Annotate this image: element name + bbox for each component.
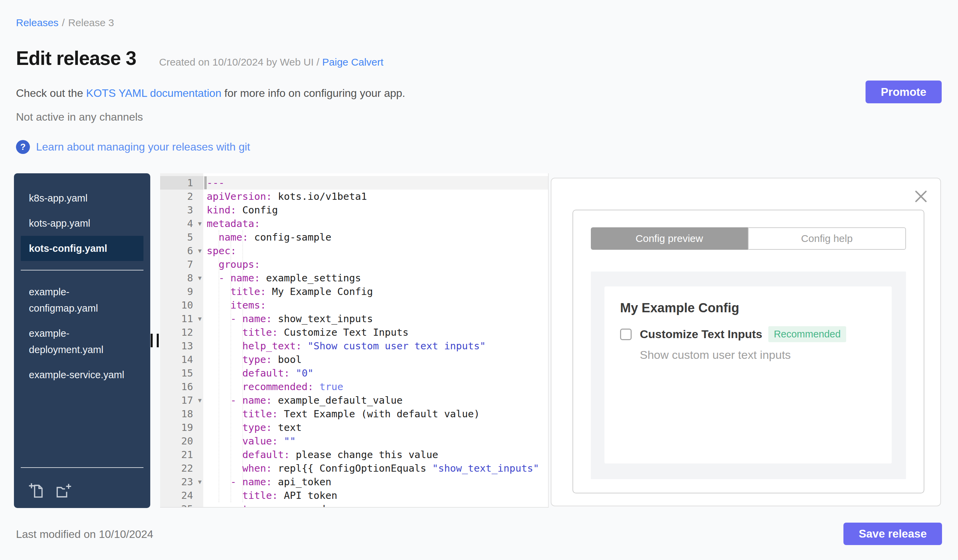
- code-line-16[interactable]: 16 recommended: true: [160, 380, 548, 394]
- tab-config-preview[interactable]: Config preview: [591, 227, 748, 250]
- code-text: type: password: [203, 502, 325, 508]
- line-number: 22: [160, 462, 203, 475]
- line-number: 9: [160, 285, 203, 298]
- code-line-4[interactable]: 4▾metadata:: [160, 217, 548, 230]
- breadcrumb-separator: /: [62, 17, 65, 28]
- line-number: 21: [160, 448, 203, 462]
- line-number: 25: [160, 502, 203, 508]
- fold-caret-icon[interactable]: ▾: [198, 394, 201, 407]
- add-folder-icon[interactable]: [55, 482, 72, 499]
- code-line-6[interactable]: 6▾spec:: [160, 244, 548, 258]
- config-item-row: Customize Text Inputs Recommended: [620, 326, 876, 342]
- add-file-icon[interactable]: [28, 482, 45, 499]
- fold-caret-icon[interactable]: ▾: [198, 217, 201, 230]
- code-line-24[interactable]: 24 title: API token: [160, 489, 548, 502]
- code-line-5[interactable]: 5 name: config-sample: [160, 230, 548, 244]
- line-number: 14: [160, 353, 203, 366]
- code-text: spec:: [203, 244, 236, 258]
- code-line-18[interactable]: 18 title: Text Example (with default val…: [160, 407, 548, 421]
- sidebar-footer-divider: [21, 467, 143, 468]
- sidebar-file-example-deployment.yaml[interactable]: example-deployment.yaml: [14, 321, 150, 362]
- code-line-1[interactable]: 1---: [160, 176, 548, 190]
- breadcrumb-releases-link[interactable]: Releases: [16, 17, 59, 28]
- config-group-title: My Example Config: [620, 301, 876, 315]
- page-title: Edit release 3: [16, 47, 136, 69]
- line-number: 23▾: [160, 475, 203, 489]
- line-number: 8▾: [160, 271, 203, 285]
- git-releases-link[interactable]: ? Learn about managing your releases wit…: [16, 140, 250, 154]
- kots-yaml-docs-link[interactable]: KOTS YAML documentation: [86, 87, 221, 99]
- sidebar-file-kots-config.yaml[interactable]: kots-config.yaml: [21, 236, 143, 261]
- code-line-14[interactable]: 14 type: bool: [160, 353, 548, 366]
- sidebar-resize-handle[interactable]: [151, 334, 159, 347]
- line-number: 5: [160, 230, 203, 244]
- code-line-3[interactable]: 3kind: Config: [160, 203, 548, 217]
- save-release-button[interactable]: Save release: [844, 523, 942, 545]
- code-line-17[interactable]: 17▾ - name: example_default_value: [160, 394, 548, 407]
- code-text: type: bool: [203, 353, 301, 366]
- created-author-link[interactable]: Paige Calvert: [322, 56, 384, 68]
- code-text: default: "0": [203, 366, 313, 380]
- line-number: 6▾: [160, 244, 203, 258]
- line-number: 16: [160, 380, 203, 394]
- code-line-21[interactable]: 21 default: please change this value: [160, 448, 548, 462]
- code-text: title: API token: [203, 489, 337, 502]
- code-line-11[interactable]: 11▾ - name: show_text_inputs: [160, 312, 548, 326]
- config-item-description: Show custom user text inputs: [640, 348, 876, 362]
- created-line: Created on 10/10/2024 by Web UI / Paige …: [159, 56, 384, 68]
- tab-config-help[interactable]: Config help: [748, 227, 906, 250]
- code-line-20[interactable]: 20 value: "": [160, 434, 548, 448]
- checkbox[interactable]: [620, 329, 632, 340]
- channel-status: Not active in any channels: [16, 111, 143, 123]
- code-text: name: config-sample: [203, 230, 331, 244]
- preview-area: My Example Config Customize Text Inputs …: [591, 272, 906, 479]
- promote-button[interactable]: Promote: [866, 81, 942, 103]
- code-line-19[interactable]: 19 type: text: [160, 421, 548, 434]
- line-number: 24: [160, 489, 203, 502]
- sidebar-file-example-configmap.yaml[interactable]: example-configmap.yaml: [14, 279, 150, 321]
- code-line-12[interactable]: 12 title: Customize Text Inputs: [160, 326, 548, 339]
- line-number: 7: [160, 258, 203, 271]
- code-text: - name: api_token: [203, 475, 331, 489]
- line-number: 18: [160, 407, 203, 421]
- code-line-23[interactable]: 23▾ - name: api_token: [160, 475, 548, 489]
- fold-caret-icon[interactable]: ▾: [198, 475, 201, 489]
- code-text: default: please change this value: [203, 448, 438, 462]
- line-number: 20: [160, 434, 203, 448]
- line-number: 10: [160, 298, 203, 312]
- config-item-label: Customize Text Inputs: [640, 327, 762, 341]
- text-cursor: [204, 176, 207, 189]
- code-text: - name: example_default_value: [203, 394, 403, 407]
- config-preview-panel: Config preview Config help My Example Co…: [551, 178, 941, 506]
- code-line-9[interactable]: 9 title: My Example Config: [160, 285, 548, 298]
- sidebar-file-example-service.yaml[interactable]: example-service.yaml: [14, 362, 150, 388]
- code-line-15[interactable]: 15 default: "0": [160, 366, 548, 380]
- line-number: 2: [160, 190, 203, 203]
- sidebar-file-kots-app.yaml[interactable]: kots-app.yaml: [14, 211, 150, 236]
- code-text: title: Customize Text Inputs: [203, 326, 409, 339]
- code-line-7[interactable]: 7 groups:: [160, 258, 548, 271]
- fold-caret-icon[interactable]: ▾: [198, 312, 201, 326]
- yaml-editor[interactable]: 1---2apiVersion: kots.io/v1beta13kind: C…: [160, 173, 549, 508]
- line-number: 15: [160, 366, 203, 380]
- code-line-10[interactable]: 10 items:: [160, 298, 548, 312]
- line-number: 11▾: [160, 312, 203, 326]
- created-text: Created on 10/10/2024 by Web UI /: [159, 56, 322, 68]
- code-line-22[interactable]: 22 when: repl{{ ConfigOptionEquals "show…: [160, 462, 548, 475]
- recommended-badge: Recommended: [768, 326, 846, 342]
- fold-caret-icon[interactable]: ▾: [198, 244, 201, 258]
- code-line-25[interactable]: 25 type: password: [160, 502, 548, 508]
- sidebar-file-k8s-app.yaml[interactable]: k8s-app.yaml: [14, 185, 150, 211]
- code-line-8[interactable]: 8▾ - name: example_settings: [160, 271, 548, 285]
- code-text: title: Text Example (with default value): [203, 407, 480, 421]
- code-text: help_text: "Show custom user text inputs…: [203, 339, 486, 353]
- close-icon[interactable]: [914, 189, 928, 204]
- line-number: 4▾: [160, 217, 203, 230]
- code-line-13[interactable]: 13 help_text: "Show custom user text inp…: [160, 339, 548, 353]
- config-group-card: My Example Config Customize Text Inputs …: [604, 286, 892, 464]
- code-line-2[interactable]: 2apiVersion: kots.io/v1beta1: [160, 190, 548, 203]
- help-icon: ?: [16, 140, 30, 154]
- code-text: groups:: [203, 258, 260, 271]
- fold-caret-icon[interactable]: ▾: [198, 271, 201, 285]
- code-text: recommended: true: [203, 380, 343, 394]
